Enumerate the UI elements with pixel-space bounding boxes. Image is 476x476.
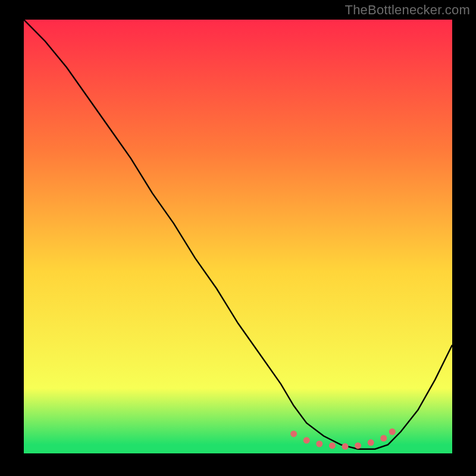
watermark-text: TheBottlenecker.com [345, 2, 470, 18]
marker-dot [303, 437, 310, 444]
plot-area [24, 20, 452, 453]
marker-dot [355, 442, 361, 449]
marker-dot [380, 435, 387, 441]
chart-svg [24, 20, 452, 453]
gradient-background [24, 20, 452, 453]
marker-dot [290, 431, 297, 437]
marker-dot [316, 441, 322, 447]
marker-dot [389, 428, 396, 435]
marker-dot [368, 439, 374, 446]
marker-dot [342, 443, 349, 450]
chart-frame: TheBottlenecker.com [0, 0, 476, 476]
marker-dot [329, 442, 336, 449]
